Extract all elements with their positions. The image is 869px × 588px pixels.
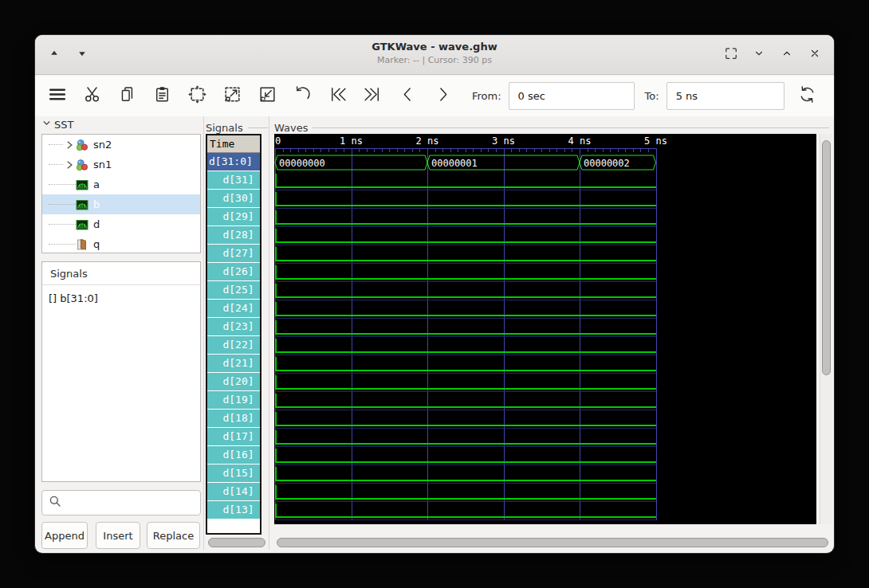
bit-wave-row — [274, 337, 816, 355]
sst-tree-item-b[interactable]: b — [42, 194, 200, 214]
time-header[interactable]: Time — [207, 135, 260, 153]
bus-signal-name[interactable]: d[31:0] — [207, 153, 260, 171]
restore-icon — [723, 45, 739, 65]
from-input[interactable] — [509, 82, 635, 110]
bit-signal-name[interactable]: d[17] — [207, 428, 260, 446]
bit-signal-name[interactable]: d[28] — [207, 226, 260, 245]
zoom-fit-button[interactable] — [187, 86, 207, 107]
bit-signal-name[interactable]: d[23] — [207, 318, 260, 336]
scrollbar-thumb[interactable] — [822, 140, 831, 375]
bit-signal-name[interactable]: d[16] — [207, 446, 260, 465]
copy-button[interactable] — [116, 86, 137, 107]
append-button[interactable]: Append — [41, 522, 88, 549]
zoom-out-button[interactable] — [257, 86, 277, 107]
signals-panel-item[interactable]: [] b[31:0] — [42, 289, 200, 308]
bit-signal-name[interactable]: d[15] — [207, 465, 260, 483]
bit-signal-name[interactable]: d[21] — [207, 355, 260, 373]
titlebar-left-buttons — [45, 45, 92, 65]
timeline-tick — [419, 149, 420, 152]
expander-right-icon[interactable] — [63, 159, 75, 171]
skip-to-end-button[interactable] — [362, 86, 383, 107]
bit-signal-name[interactable]: d[30] — [207, 190, 260, 208]
step-right-icon — [433, 84, 453, 108]
undo-button[interactable] — [292, 86, 313, 107]
bit-signal-name[interactable]: d[31] — [207, 171, 260, 190]
wave-hscrollbar[interactable] — [276, 537, 829, 548]
sst-expander[interactable]: SST — [41, 118, 73, 131]
signal-trace — [275, 278, 656, 280]
bit-signal-name[interactable]: d[25] — [207, 281, 260, 300]
scrollbar-thumb[interactable] — [208, 538, 265, 547]
bit-signal-name[interactable]: d[22] — [207, 336, 260, 355]
signals-frame-label: Signals — [206, 122, 243, 134]
timeline-tick — [618, 149, 619, 152]
signal-column-hscrollbar[interactable] — [207, 537, 266, 548]
timeline-tick — [496, 149, 497, 152]
replace-button[interactable]: Replace — [147, 522, 200, 549]
zoom-in-button[interactable] — [222, 86, 242, 107]
to-input[interactable] — [666, 82, 784, 110]
signal-trace — [275, 205, 656, 206]
chevron-down-icon — [751, 45, 767, 65]
bit-signal-name[interactable]: d[14] — [207, 483, 260, 501]
bit-signal-name[interactable]: d[13] — [207, 501, 260, 519]
step-left-button[interactable] — [397, 86, 418, 107]
insert-button[interactable]: Insert — [96, 522, 140, 549]
bus-value: 00000002 — [584, 158, 630, 169]
scrollbar-thumb[interactable] — [277, 538, 828, 547]
bit-signal-name[interactable]: d[29] — [207, 208, 260, 226]
bit-wave-row — [274, 392, 816, 410]
zoom-out-icon — [258, 84, 277, 108]
timeline-tick — [290, 149, 291, 152]
timeline-tick — [625, 149, 626, 152]
bit-signal-name[interactable]: d[27] — [207, 245, 260, 263]
bit-signal-name[interactable]: d[20] — [207, 373, 260, 391]
tree-connector — [49, 184, 76, 185]
maximize-button[interactable] — [777, 45, 796, 65]
sst-tree-item-q[interactable]: q — [42, 234, 200, 253]
pane-splitter-left[interactable] — [203, 116, 204, 550]
bit-signal-name[interactable]: d[24] — [207, 300, 260, 318]
signal-start-transition — [275, 247, 277, 261]
bit-signal-name[interactable]: d[18] — [207, 410, 260, 428]
menu-button[interactable] — [46, 86, 67, 107]
signal-start-transition — [275, 229, 277, 243]
signal-start-transition — [275, 357, 277, 371]
shade-down-button[interactable] — [73, 45, 92, 65]
tree-item-label: q — [93, 238, 100, 250]
expander-right-icon[interactable] — [63, 139, 75, 151]
sst-tree-item-a[interactable]: a — [42, 174, 200, 194]
bit-signal-name[interactable]: d[26] — [207, 263, 260, 281]
step-right-button[interactable] — [432, 86, 453, 107]
bit-wave-row — [274, 245, 816, 264]
sst-tree-item-sn1[interactable]: sn1 — [42, 155, 200, 174]
sst-tree-item-d[interactable]: d — [42, 214, 200, 234]
expander-down-icon — [41, 118, 52, 131]
minimize-button[interactable] — [749, 45, 769, 65]
row-separator — [275, 519, 656, 520]
skip-to-start-button[interactable] — [327, 86, 348, 107]
search-input[interactable] — [61, 491, 207, 515]
paste-button[interactable] — [151, 86, 172, 107]
timeline-tick — [313, 149, 314, 152]
bit-wave-row — [274, 227, 816, 245]
shade-up-button[interactable] — [45, 45, 64, 65]
wave-vscrollbar[interactable] — [820, 134, 832, 524]
titlebar[interactable]: GTKWave - wave.ghw Marker: -- | Cursor: … — [35, 35, 834, 75]
sst-tree-item-sn2[interactable]: sn2 — [42, 135, 200, 155]
bit-wave-row — [274, 282, 816, 300]
timeline-tick — [572, 149, 572, 152]
signal-trace — [275, 260, 656, 261]
signal-start-transition — [275, 210, 277, 225]
bit-signal-name[interactable]: d[19] — [207, 391, 260, 410]
signal-start-transition — [275, 504, 277, 518]
pane-splitter-right[interactable] — [269, 116, 269, 550]
wave-canvas[interactable]: 01 ns2 ns3 ns4 ns5 ns0000000000000001000… — [274, 134, 816, 524]
close-button[interactable] — [805, 45, 824, 65]
zoom-in-icon — [222, 84, 242, 108]
timeline-tick — [382, 149, 383, 152]
cut-button[interactable] — [81, 86, 102, 107]
restore-button[interactable] — [722, 45, 741, 65]
reload-button[interactable] — [797, 86, 818, 107]
cut-icon — [82, 84, 102, 108]
